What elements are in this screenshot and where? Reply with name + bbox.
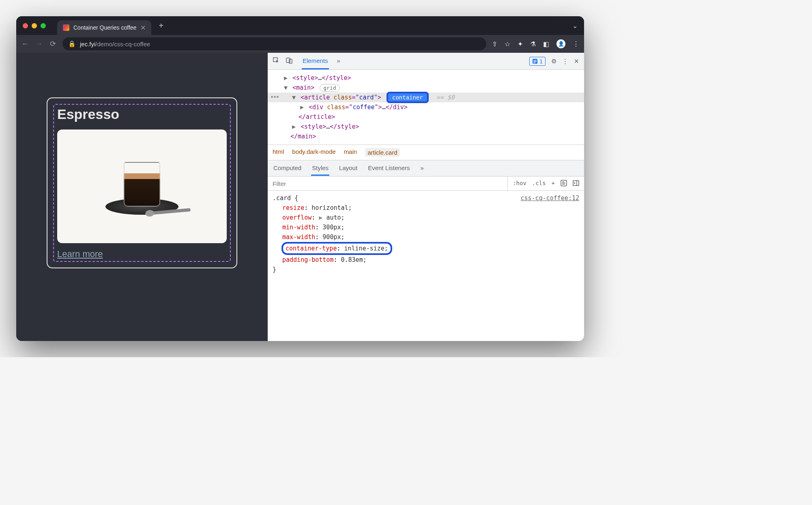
breadcrumb-body[interactable]: body.dark-mode xyxy=(292,148,335,157)
svg-rect-10 xyxy=(562,184,565,185)
new-tab-button[interactable]: + xyxy=(159,21,163,30)
css-rule-close: } xyxy=(273,265,579,274)
svg-rect-4 xyxy=(533,60,537,61)
issues-badge[interactable]: 1 xyxy=(529,57,546,66)
dom-style-node-2[interactable]: ▶ <style>…</style> xyxy=(268,122,584,132)
console-reference: == $0 xyxy=(436,94,455,101)
svg-rect-9 xyxy=(562,183,565,183)
css-declaration[interactable]: min-width: 300px; xyxy=(273,222,579,232)
tab-title: Container Queries coffee xyxy=(73,24,136,31)
reload-button[interactable]: ⟳ xyxy=(49,39,57,48)
url-path: /demo/css-cq-coffee xyxy=(95,41,150,47)
menu-icon[interactable]: ⋮ xyxy=(573,40,579,48)
css-declaration[interactable]: padding-bottom: 0.83em; xyxy=(273,255,579,265)
profile-avatar[interactable]: 👤 xyxy=(556,39,565,48)
maximize-window-button[interactable] xyxy=(41,23,46,28)
sidebar-toggle-icon[interactable] xyxy=(573,180,579,188)
settings-icon[interactable]: ⚙ xyxy=(551,58,556,65)
layout-tab[interactable]: Layout xyxy=(338,161,358,176)
css-declaration[interactable]: max-width: 900px; xyxy=(273,232,579,242)
page-viewport: Espresso Learn more xyxy=(16,53,268,341)
back-button[interactable]: ← xyxy=(21,40,29,48)
dom-tree[interactable]: ▶ <style>…</style> ▼ <main> grid ••• ▼ <… xyxy=(268,70,584,145)
toolbar-actions: ⇧ ☆ ✦ ⚗ ◧ 👤 ⋮ xyxy=(492,39,579,48)
traffic-lights xyxy=(23,23,46,28)
coffee-card[interactable]: Espresso Learn more xyxy=(47,97,237,268)
caret-down-icon[interactable]: ▼ xyxy=(292,94,297,101)
caret-right-icon[interactable]: ▶ xyxy=(284,74,289,82)
labs-icon[interactable]: ⚗ xyxy=(530,40,536,48)
devtools-panel: Elements » 1 ⚙ ⋮ ✕ ▶ <style>…</style> xyxy=(268,53,584,341)
svg-rect-6 xyxy=(533,63,535,63)
toolbar: ← → ⟳ 🔒 jec.fyi/demo/css-cq-coffee ⇧ ☆ ✦… xyxy=(16,35,584,53)
card-title: Espresso xyxy=(57,106,227,122)
cls-toggle[interactable]: .cls xyxy=(532,180,546,188)
css-selector[interactable]: .card { xyxy=(273,193,298,203)
computed-toggle-icon[interactable] xyxy=(561,180,567,188)
window-chevron-icon[interactable]: ⌄ xyxy=(572,22,578,30)
more-styles-tabs-icon[interactable]: » xyxy=(420,161,425,176)
breadcrumb-main[interactable]: main xyxy=(344,148,357,157)
styles-filter-row: :hov .cls + xyxy=(268,176,584,191)
titlebar: Container Queries coffee ✕ + ⌄ xyxy=(16,16,584,35)
styles-tab[interactable]: Styles xyxy=(311,161,329,176)
svg-rect-8 xyxy=(562,181,564,182)
url-domain: jec.fyi xyxy=(80,41,95,47)
minimize-window-button[interactable] xyxy=(32,23,37,28)
container-badge[interactable]: container xyxy=(387,92,429,103)
ellipsis-icon[interactable]: ••• xyxy=(270,94,279,101)
panel-icon[interactable]: ◧ xyxy=(543,40,549,48)
bookmark-icon[interactable]: ☆ xyxy=(505,40,510,48)
content-area: Espresso Learn more xyxy=(16,53,584,341)
learn-more-link[interactable]: Learn more xyxy=(57,249,103,259)
browser-tab[interactable]: Container Queries coffee ✕ xyxy=(57,20,151,35)
expand-caret-icon[interactable]: ▶ xyxy=(315,214,326,221)
espresso-glass-shape xyxy=(124,162,160,207)
styles-filter-input[interactable] xyxy=(268,177,508,190)
address-bar[interactable]: 🔒 jec.fyi/demo/css-cq-coffee xyxy=(62,37,486,50)
breadcrumb-article[interactable]: article.card xyxy=(365,148,400,157)
forward-button[interactable]: → xyxy=(35,40,43,48)
dom-style-node[interactable]: ▶ <style>…</style> xyxy=(268,73,584,83)
css-declaration-highlighted[interactable]: container-type: inline-size; xyxy=(281,242,392,255)
coffee-image xyxy=(57,129,227,243)
caret-down-icon[interactable]: ▼ xyxy=(284,84,289,91)
breadcrumb: html body.dark-mode main article.card xyxy=(268,145,584,160)
new-rule-button[interactable]: + xyxy=(552,180,555,188)
css-source-link[interactable]: css-cq-coffee:12 xyxy=(521,193,580,203)
dom-div-node[interactable]: ▶ <div class="coffee">…</div> xyxy=(268,102,584,112)
dom-article-close[interactable]: </article> xyxy=(268,112,584,122)
caret-right-icon[interactable]: ▶ xyxy=(300,104,305,111)
css-rule[interactable]: .card { css-cq-coffee:12 resize: horizon… xyxy=(268,191,584,341)
extensions-icon[interactable]: ✦ xyxy=(518,40,523,48)
kebab-menu-icon[interactable]: ⋮ xyxy=(562,58,568,65)
close-window-button[interactable] xyxy=(23,23,28,28)
issues-count: 1 xyxy=(539,58,543,65)
css-declaration[interactable]: overflow: ▶ auto; xyxy=(273,213,579,222)
dom-main-close[interactable]: </main> xyxy=(268,132,584,141)
share-icon[interactable]: ⇧ xyxy=(492,40,497,48)
styles-tabs: Computed Styles Layout Event Listeners » xyxy=(268,160,584,176)
computed-tab[interactable]: Computed xyxy=(273,161,302,176)
event-listeners-tab[interactable]: Event Listeners xyxy=(367,161,410,176)
close-devtools-icon[interactable]: ✕ xyxy=(574,58,579,65)
browser-window: Container Queries coffee ✕ + ⌄ ← → ⟳ 🔒 j… xyxy=(16,16,584,341)
favicon-icon xyxy=(63,24,69,31)
dom-article-node[interactable]: ••• ▼ <article class="card"> container =… xyxy=(268,93,584,102)
grid-badge[interactable]: grid xyxy=(320,84,339,92)
more-tabs-icon[interactable]: » xyxy=(336,53,341,69)
elements-tab[interactable]: Elements xyxy=(302,53,329,69)
css-declaration[interactable]: resize: horizontal; xyxy=(273,203,579,213)
dom-main-node[interactable]: ▼ <main> grid xyxy=(268,83,584,93)
inspect-icon[interactable] xyxy=(273,57,280,65)
breadcrumb-html[interactable]: html xyxy=(273,148,284,157)
device-toggle-icon[interactable] xyxy=(286,57,293,65)
tab-close-button[interactable]: ✕ xyxy=(140,24,146,32)
caret-right-icon[interactable]: ▶ xyxy=(292,123,297,130)
devtools-header: Elements » 1 ⚙ ⋮ ✕ xyxy=(268,53,584,70)
lock-icon: 🔒 xyxy=(68,40,76,47)
hover-toggle[interactable]: :hov xyxy=(513,180,526,188)
svg-rect-5 xyxy=(533,61,537,62)
